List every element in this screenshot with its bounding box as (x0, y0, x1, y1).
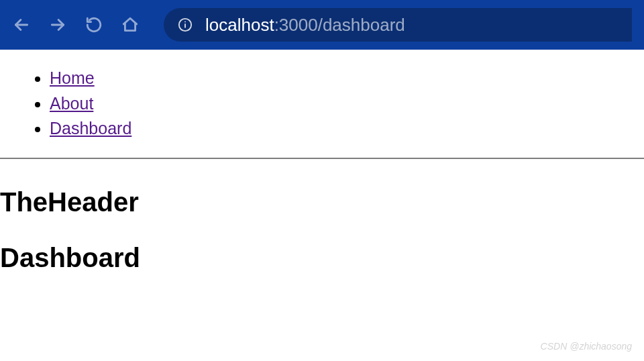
url-text: localhost:3000/dashboard (205, 15, 405, 36)
url-path: :3000/dashboard (274, 15, 405, 35)
list-item: About (50, 91, 644, 117)
svg-point-4 (184, 21, 186, 23)
page-title: Dashboard (0, 243, 644, 273)
nav-link-home[interactable]: Home (50, 68, 95, 87)
nav-link-about[interactable]: About (50, 94, 93, 113)
info-icon (177, 17, 193, 33)
headings: TheHeader Dashboard (0, 159, 644, 273)
home-icon[interactable] (121, 15, 140, 34)
reload-icon[interactable] (85, 15, 103, 34)
back-icon[interactable] (12, 15, 31, 34)
list-item: Dashboard (50, 116, 644, 142)
nav-list: Home About Dashboard (0, 66, 644, 142)
address-bar[interactable]: localhost:3000/dashboard (164, 8, 632, 42)
browser-toolbar: localhost:3000/dashboard (0, 0, 644, 50)
list-item: Home (50, 66, 644, 91)
forward-icon[interactable] (48, 15, 67, 34)
nav-link-dashboard[interactable]: Dashboard (50, 119, 131, 138)
page-header: TheHeader (0, 187, 644, 217)
watermark: CSDN @zhichaosong (541, 341, 632, 352)
url-host: localhost (205, 15, 274, 35)
page-content: Home About Dashboard TheHeader Dashboard (0, 50, 644, 273)
